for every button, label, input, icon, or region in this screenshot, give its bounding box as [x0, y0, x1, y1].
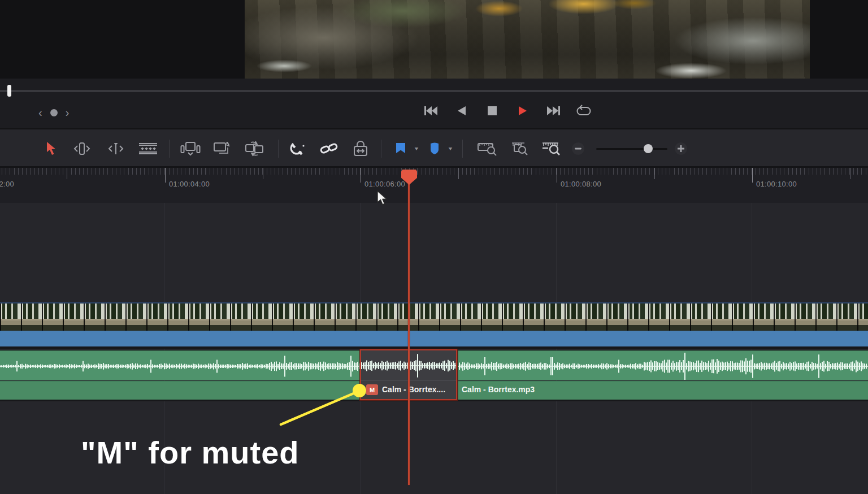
dynamic-trim-mode-button[interactable] — [103, 137, 128, 160]
skip-to-start-button[interactable] — [423, 102, 440, 119]
mouse-cursor-icon — [375, 190, 388, 207]
playhead-line — [408, 176, 410, 485]
ruler-timecode-label: 01:00:10:00 — [756, 180, 797, 188]
replace-clip-button[interactable] — [242, 137, 267, 160]
viewer-section — [0, 0, 868, 79]
zoom-slider-handle[interactable] — [644, 144, 653, 153]
clip-boundary — [457, 350, 458, 400]
toolbar-divider — [462, 140, 463, 158]
clip-color-button[interactable] — [425, 137, 444, 160]
overwrite-clip-button[interactable] — [210, 137, 235, 160]
play-reverse-button[interactable] — [453, 102, 470, 119]
zoom-slider-track — [596, 148, 667, 150]
muted-clip-name: Calm - Borrtex.... — [382, 385, 445, 394]
ruler-major-tick — [752, 168, 753, 183]
play-button[interactable] — [514, 102, 531, 119]
clip-color-dropdown-button[interactable]: ▼ — [443, 137, 458, 160]
video-track-clip[interactable] — [0, 302, 868, 349]
chevron-right-icon[interactable]: › — [66, 107, 70, 118]
loop-button[interactable] — [575, 102, 592, 119]
zoom-in-button[interactable] — [669, 137, 693, 160]
timeline-ruler[interactable]: 01:00:02:0001:00:04:0001:00:06:0001:00:0… — [0, 168, 868, 203]
ruler-timecode-label: 01:00:08:00 — [561, 180, 601, 188]
ruler-major-tick — [165, 168, 166, 183]
chevron-left-icon[interactable]: ‹ — [38, 107, 42, 118]
selection-tool-button[interactable] — [38, 137, 63, 160]
toolbar-divider — [278, 140, 279, 158]
flag-dropdown-button[interactable]: ▼ — [409, 137, 424, 160]
trim-edit-mode-button[interactable] — [70, 137, 94, 160]
ruler-timecode-label: 01:00:06:00 — [364, 180, 405, 188]
zoom-detail-button[interactable] — [507, 137, 532, 160]
ruler-minor-ticks — [2, 168, 868, 175]
blade-edit-mode-button[interactable] — [136, 137, 160, 160]
zoom-custom-button[interactable] — [539, 137, 563, 160]
jog-dot-icon[interactable] — [50, 109, 58, 116]
ruler-major-tick — [361, 168, 361, 183]
chevron-down-icon: ▼ — [448, 146, 454, 151]
transport-strip: ‹ › — [0, 79, 868, 129]
audio-clip-name: Calm - Borrtex.mp3 — [462, 385, 535, 394]
position-lock-button[interactable] — [348, 137, 373, 160]
video-clip-bottom-edge — [0, 346, 868, 349]
video-preview — [245, 0, 810, 79]
ruler-major-tick — [557, 168, 557, 183]
video-filmstrip-thumbnails — [0, 304, 868, 331]
viewer-scrub-handle[interactable] — [7, 85, 11, 97]
ruler-second-tick — [458, 168, 459, 179]
ruler-second-tick — [850, 168, 850, 179]
toolbar-divider — [169, 140, 170, 158]
flag-marker-button[interactable] — [391, 137, 410, 160]
video-clip-bar — [0, 331, 868, 346]
video-editor-app: ‹ › — [0, 0, 868, 494]
jog-controls: ‹ › — [38, 107, 69, 118]
stop-button[interactable] — [484, 102, 501, 119]
zoom-out-button[interactable] — [566, 137, 591, 160]
toolbar-divider — [381, 140, 381, 158]
edit-toolbar: ▼ ▼ — [0, 129, 868, 168]
ruler-second-tick — [263, 168, 263, 179]
viewer-scrub-bar[interactable] — [0, 90, 868, 92]
insert-clip-button[interactable] — [178, 137, 203, 160]
zoom-full-extent-button[interactable] — [475, 137, 500, 160]
snapping-magnet-button[interactable] — [285, 137, 310, 160]
transport-controls — [423, 102, 592, 119]
skip-to-end-button[interactable] — [545, 102, 562, 119]
annotation-text: "M" for muted — [81, 434, 300, 471]
ruler-timecode-label: 01:00:02:00 — [0, 180, 14, 188]
chevron-down-icon: ▼ — [414, 146, 420, 151]
linked-selection-button[interactable] — [316, 137, 341, 160]
ruler-second-tick — [67, 168, 67, 179]
zoom-slider[interactable] — [596, 143, 667, 154]
ruler-timecode-label: 01:00:04:00 — [169, 180, 210, 188]
mute-badge: M — [366, 384, 378, 395]
ruler-second-tick — [654, 168, 655, 179]
